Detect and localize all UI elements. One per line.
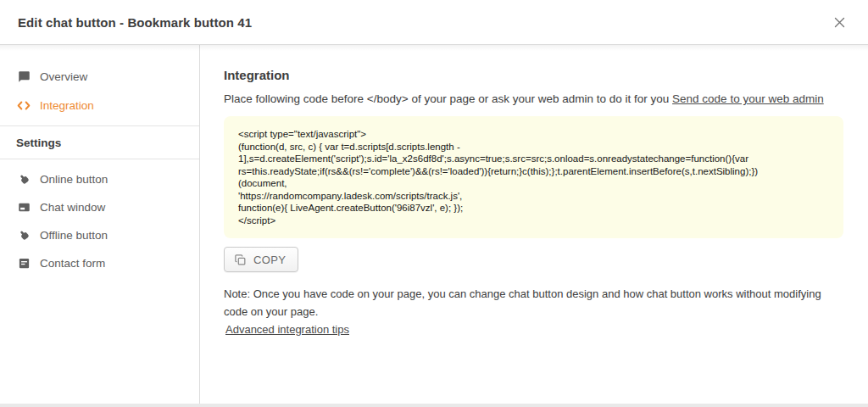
instruction-text: Place following code before </body> of y… bbox=[224, 91, 843, 108]
window-icon bbox=[17, 201, 31, 215]
sidebar: Overview Integration Settings Online but… bbox=[0, 45, 200, 404]
send-code-link[interactable]: Send code to your web admin bbox=[672, 92, 824, 105]
code-line: 'https://randomcompany.ladesk.com/script… bbox=[238, 190, 829, 203]
code-line: <script type="text/javascript"> bbox=[238, 128, 829, 141]
sidebar-section-settings: Settings bbox=[0, 126, 199, 159]
sidebar-item-chat-window[interactable]: Chat window bbox=[0, 193, 199, 221]
code-line: 1],s=d.createElement('script');s.id='la_… bbox=[238, 153, 829, 165]
settings-group: Online button Chat window Offline button bbox=[0, 159, 199, 277]
close-icon bbox=[833, 16, 846, 29]
code-icon bbox=[17, 98, 31, 112]
dialog-header: Edit chat button - Bookmark button 41 bbox=[0, 0, 868, 45]
hand-pointer-icon bbox=[17, 229, 31, 243]
code-line: (function(d, src, c) { var t=d.scripts[d… bbox=[238, 141, 829, 153]
copy-icon bbox=[234, 254, 247, 266]
sidebar-item-label: Overview bbox=[40, 70, 87, 83]
note-text: Note: Once you have code on your page, y… bbox=[224, 285, 843, 321]
main-content: Integration Place following code before … bbox=[200, 45, 868, 404]
form-icon bbox=[17, 257, 31, 270]
code-line: rs=this.readyState;if(rs&&(rs!='complete… bbox=[238, 165, 829, 178]
copy-button[interactable]: COPY bbox=[224, 247, 298, 272]
instruction-body: Place following code before </body> of y… bbox=[224, 92, 672, 105]
sidebar-item-label: Contact form bbox=[40, 257, 105, 270]
dialog-body: Overview Integration Settings Online but… bbox=[0, 45, 868, 404]
dialog-title: Edit chat button - Bookmark button 41 bbox=[18, 15, 252, 30]
integration-code-block[interactable]: <script type="text/javascript"> (functio… bbox=[224, 116, 843, 238]
edit-chat-button-dialog: Edit chat button - Bookmark button 41 Ov… bbox=[0, 0, 868, 407]
advanced-integration-tips-link[interactable]: Advanced integration tips bbox=[225, 323, 349, 336]
copy-button-label: COPY bbox=[253, 254, 286, 266]
advanced-tips-row: Advanced integration tips bbox=[225, 321, 843, 338]
sidebar-item-label: Online button bbox=[40, 173, 108, 186]
sidebar-item-online-button[interactable]: Online button bbox=[0, 165, 199, 193]
sidebar-item-contact-form[interactable]: Contact form bbox=[0, 249, 199, 277]
code-line: function(e){ LiveAgent.createButton('96i… bbox=[238, 202, 829, 215]
hand-pointer-icon bbox=[17, 173, 31, 187]
code-line: (document, bbox=[238, 177, 829, 190]
sidebar-item-overview[interactable]: Overview bbox=[0, 62, 199, 91]
sidebar-item-label: Integration bbox=[40, 99, 94, 112]
page-title: Integration bbox=[224, 67, 843, 84]
close-button[interactable] bbox=[828, 11, 850, 33]
sidebar-item-integration[interactable]: Integration bbox=[0, 91, 199, 120]
page-background-edge bbox=[0, 404, 868, 407]
sidebar-item-label: Chat window bbox=[40, 201, 105, 214]
sidebar-item-offline-button[interactable]: Offline button bbox=[0, 221, 199, 249]
chat-bubble-icon bbox=[17, 70, 31, 83]
sidebar-item-label: Offline button bbox=[40, 229, 108, 242]
code-line: </script> bbox=[238, 215, 829, 227]
